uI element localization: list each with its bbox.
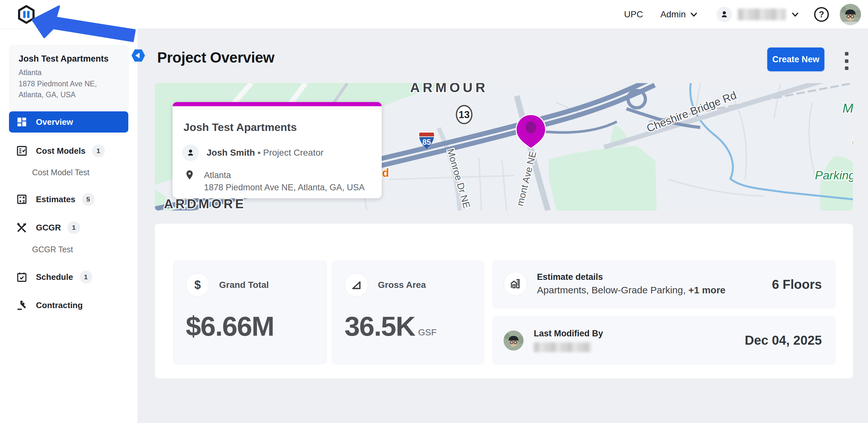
dollar-icon: $ bbox=[186, 273, 210, 297]
stat-label: Estimate details bbox=[537, 272, 725, 282]
chevron-down-icon[interactable] bbox=[791, 10, 799, 19]
details-items: Apartments, Below-Grade Parking, bbox=[537, 285, 686, 295]
sidebar-item-contracting[interactable]: Contracting bbox=[9, 295, 128, 316]
route-13-badge: 13 bbox=[457, 105, 472, 124]
sidebar-item-gcgr[interactable]: GCGR 1 bbox=[9, 217, 128, 238]
map-label-ardmore: ARDMORE bbox=[164, 197, 246, 211]
overlay-address: 1878 Piedmont Ave NE, Atlanta, GA, USA bbox=[204, 182, 365, 194]
count-badge: 5 bbox=[82, 193, 95, 206]
sidebar-collapse-button[interactable] bbox=[131, 49, 146, 62]
stat-label: Grand Total bbox=[219, 280, 269, 290]
user-icon bbox=[717, 7, 732, 22]
more-options-icon[interactable] bbox=[845, 52, 850, 70]
sidebar-item-label: Schedule bbox=[36, 272, 73, 282]
sidebar-item-schedule[interactable]: Schedule 1 bbox=[9, 266, 128, 288]
count-badge: 1 bbox=[67, 221, 80, 234]
card-accent-bar bbox=[173, 102, 382, 106]
last-modified-card: Last Modified By Dec 04, 2025 bbox=[492, 316, 836, 365]
estimate-details-card: Estimate details Apartments, Below-Grade… bbox=[492, 260, 836, 308]
gavel-icon bbox=[16, 299, 28, 311]
gross-area-unit: GSF bbox=[418, 327, 437, 338]
sidebar-subitem-cost-model-test[interactable]: Cost Model Test bbox=[32, 164, 90, 180]
project-summary-card: Josh Test Apartments Atlanta 1878 Piedmo… bbox=[9, 45, 129, 111]
creator-name: Josh Smith bbox=[207, 148, 255, 158]
grand-total-card: $ Grand Total $6.66M bbox=[173, 260, 327, 365]
project-address: 1878 Piedmont Ave NE, Atlanta, GA, USA bbox=[19, 78, 119, 100]
modified-date: Dec 04, 2025 bbox=[745, 333, 822, 348]
project-name: Josh Test Apartments bbox=[19, 54, 119, 64]
tools-icon bbox=[16, 222, 28, 233]
user-avatar[interactable] bbox=[840, 4, 861, 25]
chevron-down-icon[interactable] bbox=[690, 10, 698, 19]
sidebar-item-label: Estimates bbox=[36, 194, 75, 205]
stat-label: Gross Area bbox=[378, 280, 426, 290]
dot-separator: • bbox=[257, 148, 261, 158]
count-badge: 1 bbox=[80, 271, 92, 283]
sidebar-item-overview[interactable]: Overview bbox=[9, 111, 128, 132]
org-label: UPC bbox=[624, 9, 643, 20]
svg-text:Preserve: Preserve bbox=[852, 131, 853, 146]
count-badge: 1 bbox=[92, 144, 105, 157]
calendar-check-icon bbox=[16, 271, 28, 283]
sidebar-item-label: GCGR bbox=[36, 223, 61, 233]
sidebar-subitem-gcgr-test[interactable]: GCGR Test bbox=[32, 241, 73, 258]
sidebar-item-cost-models[interactable]: Cost Models 1 bbox=[9, 140, 128, 161]
svg-text:13: 13 bbox=[459, 109, 470, 120]
redacted-modifier-name bbox=[534, 342, 591, 352]
calculator-icon bbox=[16, 193, 28, 205]
creator-role: Project Creator bbox=[263, 148, 323, 158]
svg-text:85: 85 bbox=[423, 138, 431, 146]
sidebar-item-label: Cost Models bbox=[36, 146, 86, 156]
sidebar-item-label: Contracting bbox=[36, 300, 83, 310]
building-icon bbox=[504, 272, 527, 296]
gross-area-card: Gross Area 36.5K GSF bbox=[332, 260, 484, 365]
list-check-icon bbox=[16, 145, 28, 157]
map-project-card: Josh Test Apartments Josh Smith • Projec… bbox=[173, 102, 382, 198]
gross-area-value: 36.5K bbox=[344, 310, 415, 342]
details-more-link[interactable]: +1 more bbox=[688, 285, 725, 295]
ruler-icon bbox=[344, 273, 368, 297]
overlay-project-title: Josh Test Apartments bbox=[184, 121, 382, 133]
sidebar-item-estimates[interactable]: Estimates 5 bbox=[9, 189, 128, 210]
person-icon bbox=[182, 144, 199, 161]
create-new-button[interactable]: Create New bbox=[767, 48, 825, 71]
floors-value: 6 Floors bbox=[772, 277, 822, 292]
app-logo-icon[interactable] bbox=[17, 5, 36, 24]
page-title: Project Overview bbox=[157, 49, 274, 66]
map-label-parking: Parking lot bbox=[815, 169, 853, 182]
project-city: Atlanta bbox=[19, 67, 119, 78]
role-selector[interactable]: Admin bbox=[660, 9, 686, 20]
overlay-city: Atlanta bbox=[204, 170, 365, 182]
top-bar: UPC Admin ? bbox=[0, 0, 868, 29]
location-pin-icon bbox=[184, 170, 195, 180]
estimate-section: Estimate 1 PRIMARY updated just now $ Gr… bbox=[155, 224, 853, 379]
modifier-avatar bbox=[504, 331, 524, 351]
svg-text:Morningside: Morningside bbox=[842, 101, 853, 116]
help-icon[interactable]: ? bbox=[814, 7, 829, 22]
sidebar-item-label: Overview bbox=[36, 117, 73, 127]
stat-label: Last Modified By bbox=[534, 329, 603, 339]
grand-total-value: $6.66M bbox=[186, 310, 314, 342]
redacted-username bbox=[738, 9, 786, 20]
dashboard-icon bbox=[16, 116, 28, 128]
map-label-fragment: d bbox=[382, 166, 389, 179]
map-label-armour: ARMOUR bbox=[410, 83, 488, 95]
sidebar: Josh Test Apartments Atlanta 1878 Piedmo… bbox=[0, 0, 138, 423]
